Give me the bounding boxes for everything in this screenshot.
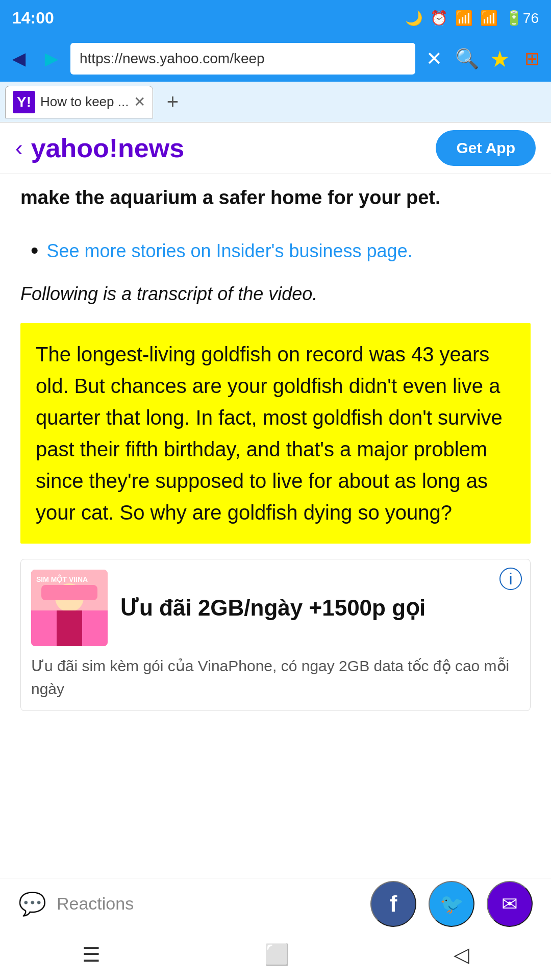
ad-image-svg: SIM MỘT VIINA xyxy=(31,570,108,646)
insider-business-link[interactable]: See more stories on Insider's business p… xyxy=(46,237,412,265)
yahoo-news-header: ‹ yahoo!news Get App xyxy=(0,122,551,174)
yahoo-back-button[interactable]: ‹ xyxy=(15,135,23,161)
add-tab-button[interactable]: + xyxy=(156,86,189,118)
ad-info-icon[interactable]: i xyxy=(499,568,522,590)
article-bullet-list: • See more stories on Insider's business… xyxy=(20,237,531,265)
forward-button[interactable]: ◄ xyxy=(38,46,65,71)
highlighted-text-block: The longest-living goldfish on record wa… xyxy=(20,323,531,544)
advertisement-block: i SIM MỘT VIINA Ưu đãi 2GB/ngày +1500p g… xyxy=(20,559,531,711)
yahoo-favicon: Y! xyxy=(13,91,35,113)
yahoo-logo-text: yahoo! xyxy=(31,133,118,163)
back-button[interactable]: ◄ xyxy=(5,46,33,71)
android-menu-icon[interactable]: ☰ xyxy=(82,943,101,966)
add-tab-label: + xyxy=(167,90,179,113)
alarm-icon: ⏰ xyxy=(430,10,448,27)
signal-icon: 📶 xyxy=(480,10,498,27)
tab-title: How to keep ... xyxy=(40,94,129,110)
highlight-text: The longest-living goldfish on record wa… xyxy=(36,343,503,524)
status-bar: 14:00 🌙 ⏰ 📶 📶 🔋76 xyxy=(0,0,551,36)
svg-text:SIM MỘT VIINA: SIM MỘT VIINA xyxy=(36,574,88,583)
mail-icon: ✉ xyxy=(502,893,518,915)
ad-inner: SIM MỘT VIINA Ưu đãi 2GB/ngày +1500p gọi xyxy=(31,570,520,646)
header-left: ‹ yahoo!news xyxy=(15,133,184,163)
active-tab[interactable]: Y! How to keep ... ✕ xyxy=(5,86,153,118)
ad-text: Ưu đãi 2GB/ngày +1500p gọi xyxy=(120,593,425,623)
tabs-grid-icon[interactable]: ⊞ xyxy=(518,48,546,69)
url-text: https://news.yahoo.com/keep xyxy=(80,51,265,67)
facebook-icon: f xyxy=(390,891,397,917)
status-time: 14:00 xyxy=(12,9,54,28)
status-icons: 🌙 ⏰ 📶 📶 🔋76 xyxy=(405,10,539,27)
bookmark-icon[interactable]: ★ xyxy=(486,46,513,72)
bullet-dot-icon: • xyxy=(31,237,38,264)
twitter-share-button[interactable]: 🐦 xyxy=(429,881,474,927)
url-bar[interactable]: https://news.yahoo.com/keep xyxy=(70,43,415,75)
reactions-label: Reactions xyxy=(57,894,134,914)
ad-title: Ưu đãi 2GB/ngày +1500p gọi xyxy=(120,593,425,623)
article-intro-text: make the aquarium a safer home for your … xyxy=(20,174,531,222)
svg-rect-4 xyxy=(41,585,97,600)
android-nav-bar: ☰ ⬜ ◁ xyxy=(0,929,551,980)
mail-share-button[interactable]: ✉ xyxy=(487,881,533,927)
social-share-buttons: f 🐦 ✉ xyxy=(370,881,533,927)
get-app-button[interactable]: Get App xyxy=(436,130,536,166)
comment-icon: 💬 xyxy=(18,891,46,917)
transcript-label: Following is a transcript of the video. xyxy=(20,280,531,308)
bottom-reactions-bar: 💬 Reactions f 🐦 ✉ xyxy=(0,878,551,929)
search-icon[interactable]: 🔍 xyxy=(453,47,481,70)
svg-rect-3 xyxy=(57,610,82,646)
close-tab-icon[interactable]: ✕ xyxy=(420,47,448,70)
yahoo-news-logo: yahoo!news xyxy=(31,133,185,163)
battery-icon: 🔋76 xyxy=(505,10,539,27)
moon-icon: 🌙 xyxy=(405,10,423,27)
tab-bar: Y! How to keep ... ✕ + xyxy=(0,82,551,122)
wifi-icon: 📶 xyxy=(455,10,473,27)
bullet-item: • See more stories on Insider's business… xyxy=(31,237,531,265)
android-back-icon[interactable]: ◁ xyxy=(454,943,469,966)
reactions-section[interactable]: 💬 Reactions xyxy=(18,891,134,917)
ad-description: Ưu đãi sim kèm gói của VinaPhone, có nga… xyxy=(31,654,520,700)
facebook-share-button[interactable]: f xyxy=(370,881,416,927)
tab-close-icon[interactable]: ✕ xyxy=(134,93,145,110)
ad-image: SIM MỘT VIINA xyxy=(31,570,108,646)
yahoo-news-text: news xyxy=(118,133,184,163)
article-content: make the aquarium a safer home for your … xyxy=(0,174,551,711)
android-home-icon[interactable]: ⬜ xyxy=(264,943,290,967)
browser-nav-bar: ◄ ◄ https://news.yahoo.com/keep ✕ 🔍 ★ ⊞ xyxy=(0,36,551,82)
twitter-icon: 🐦 xyxy=(440,893,464,915)
